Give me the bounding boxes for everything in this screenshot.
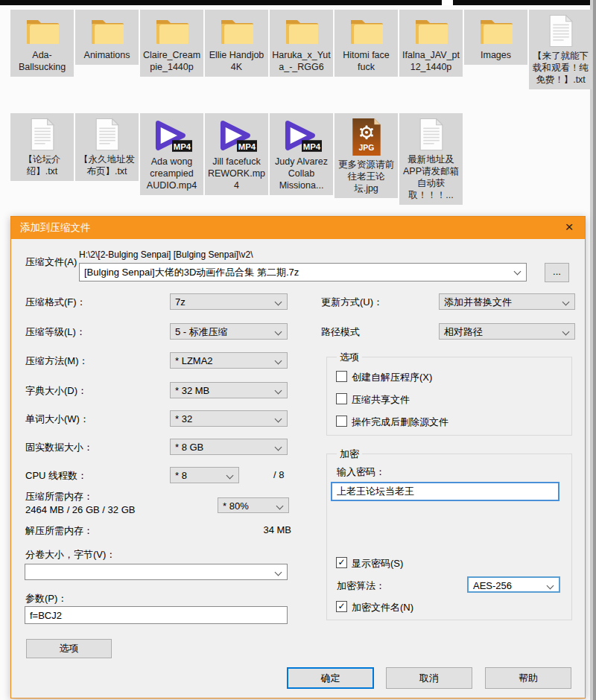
path-mode-value: 相对路径 [444, 326, 483, 337]
desktop-icon-video-file[interactable]: Jill facefuck REWORK.mp4 [205, 113, 268, 195]
method-combobox[interactable]: * LZMA2 [170, 352, 288, 369]
word-size-label: 单词大小(W)： [25, 413, 89, 426]
show-password-checkbox-label[interactable]: 显示密码(S) [352, 557, 403, 570]
sfx-checkbox[interactable] [336, 371, 347, 382]
format-label: 压缩格式(F)： [25, 296, 86, 309]
dialog-title: 添加到压缩文件 [20, 217, 91, 239]
folder-icon [413, 14, 449, 47]
archive-file-label: 压缩文件(A) [25, 255, 77, 269]
folder-icon [25, 14, 60, 47]
update-mode-combobox[interactable]: 添加并替换文件 [439, 293, 575, 310]
right-window-edge [593, 0, 596, 700]
level-label: 压缩等级(L)： [25, 325, 86, 339]
icon-label: Jill facefuck REWORK.mp4 [206, 156, 267, 191]
path-mode-combobox[interactable]: 相对路径 [439, 323, 575, 340]
folder-icon [478, 14, 514, 47]
cpu-threads-label: CPU 线程数： [25, 469, 87, 483]
desktop-icon-folder[interactable]: Ada-Ballsucking [10, 10, 74, 77]
format-combobox[interactable]: 7z [170, 293, 288, 310]
text-file-icon [417, 118, 445, 151]
format-value: 7z [175, 296, 186, 308]
text-file-icon [93, 118, 121, 151]
solid-block-combobox[interactable]: * 8 GB [170, 439, 288, 455]
delete-after-checkbox[interactable] [336, 416, 347, 427]
desktop-icon-folder[interactable]: Animations [75, 10, 139, 65]
encrypt-names-checkbox[interactable]: ✓ [336, 601, 347, 612]
video-play-icon [216, 118, 258, 153]
desktop-icon-folder[interactable]: Images [464, 10, 527, 65]
solid-block-value: * 8 GB [175, 442, 203, 453]
memory-percent-value: * 80% [223, 500, 249, 512]
ok-button[interactable]: 确定 [287, 667, 374, 689]
compress-memory-label: 压缩所需内存： [25, 490, 93, 503]
show-password-checkbox[interactable]: ✓ [336, 557, 347, 568]
word-size-combobox[interactable]: * 32 [170, 410, 288, 427]
volume-size-combobox[interactable] [25, 564, 288, 580]
memory-percent-combobox[interactable]: * 80% [218, 497, 289, 513]
encryption-algo-combobox[interactable]: AES-256 [467, 576, 560, 593]
path-mode-label: 路径模式 [321, 325, 360, 339]
desktop-icon-row-1: Ada-Ballsucking Animations Claire_Creamp… [10, 10, 594, 89]
desktop-icon-text-file[interactable]: 【永久地址发布页】.txt [75, 113, 139, 181]
folder-icon [284, 14, 320, 47]
text-file-icon [547, 14, 574, 48]
level-value: 5 - 标准压缩 [175, 326, 228, 337]
method-label: 压缩方法(M)： [25, 354, 89, 368]
desktop-icon-text-file[interactable]: 【论坛介绍】.txt [10, 113, 74, 181]
archive-name-combobox[interactable]: [Bulging Senpai]大佬的3D动画作品合集 第二期.7z [79, 263, 527, 281]
icon-label: 更多资源请前往老王论坛.jpg [336, 159, 396, 194]
icon-label: 【论坛介绍】.txt [12, 153, 72, 177]
desktop-icon-text-file[interactable]: 【来了就能下载和观看！纯免费！】.txt [529, 10, 592, 89]
encrypt-names-checkbox-label[interactable]: 加密文件名(N) [352, 601, 413, 614]
method-value: * LZMA2 [175, 355, 213, 366]
desktop-icon-video-file[interactable]: Ada wong creampied AUDIO.mp4 [140, 113, 203, 195]
icon-label: Ifalna_JAV_pt12_1440p [401, 49, 461, 73]
desktop-icon-folder[interactable]: Ellie Handjob 4K [205, 10, 268, 77]
desktop-icon-image-file[interactable]: 更多资源请前往老王论坛.jpg [335, 113, 398, 198]
level-combobox[interactable]: 5 - 标准压缩 [170, 323, 288, 340]
shared-files-checkbox-label[interactable]: 压缩共享文件 [352, 393, 410, 407]
delete-after-checkbox-label[interactable]: 操作完成后删除源文件 [352, 416, 448, 429]
sfx-checkbox-label[interactable]: 创建自解压程序(X) [352, 371, 432, 384]
desktop-icon-folder[interactable]: Claire_Creampie_1440p [140, 10, 203, 77]
desktop-icon-text-file[interactable]: 最新地址及APP请发邮箱自动获取！！！... [399, 113, 463, 205]
add-to-archive-dialog: 添加到压缩文件 × 压缩文件(A) H:\2\[2-Bulging Senpai… [10, 216, 586, 699]
icon-label: Ellie Handjob 4K [206, 49, 267, 73]
video-play-icon [281, 118, 323, 153]
archive-name-value: [Bulging Senpai]大佬的3D动画作品合集 第二期.7z [84, 267, 299, 278]
icon-label: Judy Alvarez Collab Missiona... [271, 156, 332, 191]
decompress-memory-value: 34 MB [220, 524, 291, 535]
dictionary-value: * 32 MB [175, 385, 209, 396]
jpg-image-icon [351, 118, 382, 156]
help-button[interactable]: 帮助 [485, 667, 571, 689]
decompress-memory-label: 解压所需内存： [25, 524, 93, 538]
icon-label: Claire_Creampie_1440p [142, 49, 202, 73]
desktop-icon-folder[interactable]: Hitomi face fuck [335, 10, 398, 77]
options-button[interactable]: 选项 [26, 639, 112, 658]
options-group-title: 选项 [337, 351, 362, 364]
desktop-icon-folder[interactable]: Haruka_x_Yuta_-_RGG6 [270, 10, 333, 77]
encryption-algo-label: 加密算法： [337, 579, 385, 593]
parameters-label: 参数(P)： [25, 592, 67, 605]
close-icon[interactable]: × [554, 217, 585, 239]
cpu-threads-combobox[interactable]: * 8 [170, 467, 239, 483]
dialog-titlebar[interactable]: 添加到压缩文件 × [11, 217, 585, 239]
icon-label: Ada wong creampied AUDIO.mp4 [142, 156, 202, 191]
icon-label: Haruka_x_Yuta_-_RGG6 [271, 49, 332, 73]
browse-button[interactable]: ... [545, 263, 569, 282]
desktop-icon-video-file[interactable]: Judy Alvarez Collab Missiona... [270, 113, 333, 195]
folder-icon [219, 14, 255, 47]
volume-size-label: 分卷大小，字节(V)： [25, 548, 115, 561]
shared-files-checkbox[interactable] [336, 393, 347, 404]
compress-memory-detail: 2464 MB / 26 GB / 32 GB [25, 504, 135, 515]
dictionary-combobox[interactable]: * 32 MB [170, 382, 288, 398]
video-play-icon [151, 118, 193, 153]
desktop-icon-folder[interactable]: Ifalna_JAV_pt12_1440p [399, 10, 463, 77]
cancel-button[interactable]: 取消 [386, 667, 472, 689]
window-top-edge-gap [442, 0, 453, 5]
password-input[interactable] [331, 482, 559, 501]
password-label: 输入密码： [337, 465, 385, 479]
word-size-value: * 32 [175, 413, 192, 424]
icon-label: 【永久地址发布页】.txt [77, 153, 137, 177]
parameters-input[interactable] [25, 606, 288, 624]
